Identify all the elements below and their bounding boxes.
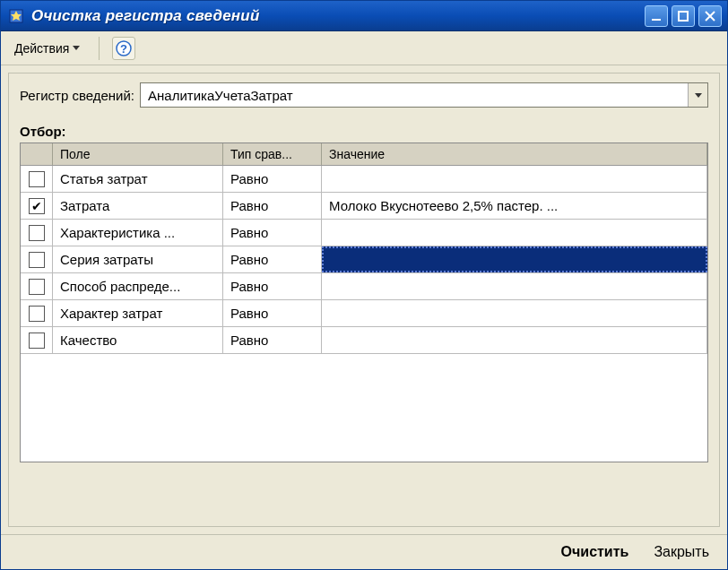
register-dropdown-button[interactable]: [688, 83, 707, 107]
row-checkbox[interactable]: [29, 171, 45, 187]
help-icon: ?: [116, 40, 132, 56]
row-comparison-cell[interactable]: Равно: [223, 327, 322, 353]
clear-button[interactable]: Очистить: [556, 542, 635, 562]
row-value-cell[interactable]: [322, 300, 707, 326]
row-checkbox[interactable]: [29, 198, 45, 214]
row-checkbox[interactable]: [29, 306, 45, 322]
table-row[interactable]: Характеристика ...Равно: [21, 220, 707, 246]
grid-body: Статья затратРавноЗатратаРавноМолоко Вку…: [21, 166, 707, 354]
row-checkbox-cell[interactable]: [21, 166, 53, 192]
register-input[interactable]: [141, 83, 688, 107]
row-checkbox[interactable]: [29, 252, 45, 268]
actions-label: Действия: [14, 41, 69, 56]
app-window: Очистка регистра сведений Действия ?: [0, 0, 728, 570]
app-icon: [8, 8, 24, 24]
row-comparison-cell[interactable]: Равно: [223, 273, 322, 299]
row-value-cell[interactable]: [322, 220, 707, 246]
svg-text:?: ?: [120, 41, 127, 55]
toolbar-separator: [99, 37, 100, 60]
row-field-cell[interactable]: Статья затрат: [53, 166, 223, 192]
titlebar: Очистка регистра сведений: [1, 1, 727, 31]
register-label: Регистр сведений:: [20, 88, 134, 103]
col-header-check[interactable]: [21, 143, 53, 165]
row-comparison-cell[interactable]: Равно: [223, 193, 322, 219]
col-header-field[interactable]: Поле: [53, 143, 223, 165]
window-controls: [645, 5, 722, 27]
col-header-value[interactable]: Значение: [322, 143, 707, 165]
row-field-cell[interactable]: Качество: [53, 327, 223, 353]
row-comparison-cell[interactable]: Равно: [223, 220, 322, 246]
maximize-button[interactable]: [672, 5, 695, 27]
row-checkbox[interactable]: [29, 225, 45, 241]
chevron-down-icon: [73, 46, 80, 50]
register-combo[interactable]: [140, 82, 708, 108]
row-comparison-cell[interactable]: Равно: [223, 300, 322, 326]
row-value-cell[interactable]: Молоко Вкуснотеево 2,5% пастер. ...: [322, 193, 707, 219]
filter-grid: Поле Тип срав... Значение Статья затратР…: [20, 142, 708, 462]
table-row[interactable]: Способ распреде...Равно: [21, 273, 707, 300]
grid-empty-area: [21, 354, 707, 462]
actions-menu[interactable]: Действия: [8, 39, 86, 58]
row-checkbox-cell[interactable]: [21, 300, 53, 326]
chevron-down-icon: [695, 93, 702, 98]
row-checkbox[interactable]: [29, 279, 45, 295]
svg-rect-2: [652, 19, 661, 21]
row-value-cell[interactable]: [322, 246, 707, 272]
toolbar: Действия ?: [1, 31, 727, 65]
row-field-cell[interactable]: Способ распреде...: [53, 273, 223, 299]
row-field-cell[interactable]: Затрата: [53, 193, 223, 219]
content-area: Регистр сведений: Отбор: Поле Тип срав..…: [8, 73, 720, 527]
help-button[interactable]: ?: [112, 37, 135, 60]
row-comparison-cell[interactable]: Равно: [223, 166, 322, 192]
row-checkbox-cell[interactable]: [21, 220, 53, 246]
bottom-bar: Очистить Закрыть: [1, 534, 727, 569]
svg-rect-3: [679, 12, 688, 21]
row-field-cell[interactable]: Серия затраты: [53, 246, 223, 272]
row-field-cell[interactable]: Характеристика ...: [53, 220, 223, 246]
minimize-button[interactable]: [645, 5, 668, 27]
grid-header: Поле Тип срав... Значение: [21, 143, 707, 166]
col-header-comparison[interactable]: Тип срав...: [223, 143, 322, 165]
table-row[interactable]: Серия затратыРавно: [21, 246, 707, 273]
close-window-button[interactable]: Закрыть: [648, 542, 715, 562]
row-value-cell[interactable]: [322, 273, 707, 299]
row-value-cell[interactable]: [322, 166, 707, 192]
row-comparison-cell[interactable]: Равно: [223, 246, 322, 272]
close-button[interactable]: [698, 5, 722, 27]
table-row[interactable]: КачествоРавно: [21, 327, 707, 354]
row-checkbox[interactable]: [29, 332, 45, 349]
row-checkbox-cell[interactable]: [21, 327, 53, 353]
register-row: Регистр сведений:: [20, 82, 708, 108]
row-checkbox-cell[interactable]: [21, 273, 53, 299]
table-row[interactable]: ЗатратаРавноМолоко Вкуснотеево 2,5% паст…: [21, 193, 707, 220]
filter-section-label: Отбор:: [20, 124, 708, 139]
row-checkbox-cell[interactable]: [21, 193, 53, 219]
table-row[interactable]: Статья затратРавно: [21, 166, 707, 193]
window-title: Очистка регистра сведений: [31, 7, 645, 25]
row-checkbox-cell[interactable]: [21, 246, 53, 272]
row-field-cell[interactable]: Характер затрат: [53, 300, 223, 326]
table-row[interactable]: Характер затратРавно: [21, 300, 707, 327]
row-value-cell[interactable]: [322, 327, 707, 353]
